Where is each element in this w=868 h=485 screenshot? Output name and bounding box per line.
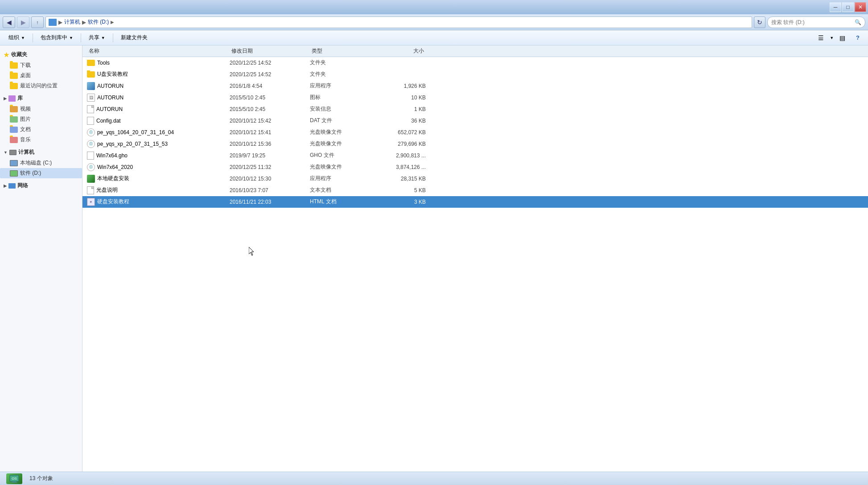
exe-icon xyxy=(87,175,95,183)
file-type: 光盘映像文件 xyxy=(310,140,372,148)
col-header-type[interactable]: 类型 xyxy=(310,47,372,55)
file-type: 文本文档 xyxy=(310,186,372,194)
breadcrumb[interactable]: ▶ 计算机 ▶ 软件 (D:) ▶ xyxy=(45,16,752,28)
folder-icon xyxy=(10,62,18,69)
table-row[interactable]: 本地硬盘安装 2020/10/12 15:30 应用程序 28,315 KB xyxy=(82,173,868,185)
forward-button[interactable]: ▶ xyxy=(17,16,29,28)
sidebar-header-computer[interactable]: ▼ 计算机 xyxy=(0,147,82,158)
title-bar: ─ □ ✕ xyxy=(0,0,868,14)
close-button[interactable]: ✕ xyxy=(855,2,866,12)
back-button[interactable]: ◀ xyxy=(3,16,15,28)
file-type: 文件夹 xyxy=(310,70,372,78)
toolbar-divider-2 xyxy=(81,33,81,42)
file-name: Win7x64_2020 xyxy=(97,164,133,170)
file-type: 安装信息 xyxy=(310,105,372,113)
computer-label: 计算机 xyxy=(18,148,34,156)
desktop-label: 桌面 xyxy=(20,72,31,79)
drive-d-icon xyxy=(10,170,18,177)
sidebar-item-downloads[interactable]: 下载 xyxy=(0,60,82,70)
file-size: 3,874,126 ... xyxy=(372,164,426,170)
file-date: 2015/5/10 2:45 xyxy=(230,106,310,112)
include-label: 包含到库中 xyxy=(41,34,67,41)
search-bar[interactable]: 🔍 xyxy=(767,16,865,28)
breadcrumb-drive[interactable]: 软件 (D:) xyxy=(88,18,109,26)
file-date: 2016/11/21 22:03 xyxy=(230,199,310,205)
status-bar: OS 13 个对象 xyxy=(0,472,868,485)
file-size: 3 KB xyxy=(372,199,426,205)
table-row[interactable]: 💿 Win7x64_2020 2020/12/25 11:32 光盘映像文件 3… xyxy=(82,161,868,173)
refresh-button[interactable]: ↻ xyxy=(754,16,765,28)
favorites-label: 收藏夹 xyxy=(11,51,27,58)
file-type: 应用程序 xyxy=(310,82,372,90)
table-row[interactable]: 💿 pe_yqs_xp_20_07_31_15_53 2020/10/12 15… xyxy=(82,138,868,150)
folder-icon xyxy=(10,83,18,89)
table-row[interactable]: 光盘说明 2016/10/23 7:07 文本文档 5 KB xyxy=(82,185,868,196)
preview-pane-button[interactable]: ▤ xyxy=(835,32,850,44)
file-type: 图标 xyxy=(310,94,372,101)
breadcrumb-computer[interactable]: 计算机 xyxy=(64,18,80,26)
sidebar-item-video[interactable]: 视频 xyxy=(0,104,82,114)
file-name-cell: AUTORUN xyxy=(87,105,230,113)
exe-icon xyxy=(87,82,95,90)
table-row[interactable]: Config.dat 2020/10/12 15:42 DAT 文件 36 KB xyxy=(82,115,868,127)
organize-button[interactable]: 组织 ▼ xyxy=(4,32,30,44)
file-size: 10 KB xyxy=(372,95,426,101)
help-button[interactable]: ? xyxy=(851,32,864,44)
sidebar-header-network[interactable]: ▶ 网络 xyxy=(0,180,82,191)
view-toggle-button[interactable]: ☰ xyxy=(813,32,829,44)
folder-icon xyxy=(87,71,95,78)
view-arrow[interactable]: ▼ xyxy=(830,36,834,40)
file-size: 1 KB xyxy=(372,106,426,112)
file-date: 2020/10/12 15:36 xyxy=(230,141,310,147)
file-type: GHO 文件 xyxy=(310,152,372,159)
table-row[interactable]: 💿 pe_yqs_1064_20_07_31_16_04 2020/10/12 … xyxy=(82,127,868,138)
sidebar-item-drive-c[interactable]: 本地磁盘 (C:) xyxy=(0,158,82,168)
up-button[interactable]: ↑ xyxy=(31,16,44,28)
img-icon: 🖼 xyxy=(87,94,95,102)
table-row[interactable]: AUTORUN 2016/1/8 4:54 应用程序 1,926 KB xyxy=(82,80,868,92)
new-folder-button[interactable]: 新建文件夹 xyxy=(116,32,152,44)
table-row[interactable]: U盘安装教程 2020/12/25 14:52 文件夹 xyxy=(82,69,868,80)
file-type: 应用程序 xyxy=(310,175,372,182)
sidebar-item-drive-d[interactable]: 软件 (D:) xyxy=(0,168,82,178)
file-size: 28,315 KB xyxy=(372,176,426,182)
view-buttons: ☰ ▼ ▤ ? xyxy=(813,32,864,44)
sidebar-section-network: ▶ 网络 xyxy=(0,180,82,191)
sidebar-item-desktop[interactable]: 桌面 xyxy=(0,70,82,81)
sidebar-item-music[interactable]: 音乐 xyxy=(0,135,82,145)
maximize-button[interactable]: □ xyxy=(842,2,854,12)
sidebar-item-pictures[interactable]: 图片 xyxy=(0,114,82,124)
search-icon[interactable]: 🔍 xyxy=(855,19,861,25)
file-size: 5 KB xyxy=(372,187,426,193)
table-row[interactable]: Tools 2020/12/25 14:52 文件夹 xyxy=(82,57,868,69)
sidebar-item-recent[interactable]: 最近访问的位置 xyxy=(0,81,82,91)
svg-rect-1 xyxy=(12,481,16,482)
search-input[interactable] xyxy=(771,19,853,25)
file-type: 光盘映像文件 xyxy=(310,163,372,171)
toolbar-divider-3 xyxy=(113,33,113,42)
computer-icon xyxy=(49,19,57,26)
col-header-name[interactable]: 名称 xyxy=(87,47,230,55)
address-bar: ◀ ▶ ↑ ▶ 计算机 ▶ 软件 (D:) ▶ ↻ 🔍 xyxy=(0,14,868,30)
col-header-size[interactable]: 大小 xyxy=(372,47,426,55)
sidebar: ★ 收藏夹 下载 桌面 最近访问的位置 ▶ 库 xyxy=(0,45,82,472)
share-button[interactable]: 共享 ▼ xyxy=(84,32,110,44)
include-arrow: ▼ xyxy=(69,36,73,40)
drive-d-label: 软件 (D:) xyxy=(20,169,41,177)
iso-icon: 💿 xyxy=(87,128,95,136)
table-row[interactable]: e 硬盘安装教程 2016/11/21 22:03 HTML 文档 3 KB xyxy=(82,196,868,208)
table-row[interactable]: Win7x64.gho 2019/9/7 19:25 GHO 文件 2,900,… xyxy=(82,150,868,161)
sidebar-header-favorites[interactable]: ★ 收藏夹 xyxy=(0,49,82,60)
col-header-date[interactable]: 修改日期 xyxy=(230,47,310,55)
file-name-cell: 💿 pe_yqs_xp_20_07_31_15_53 xyxy=(87,140,230,148)
file-size: 279,696 KB xyxy=(372,141,426,147)
file-size: 36 KB xyxy=(372,118,426,124)
sidebar-header-library[interactable]: ▶ 库 xyxy=(0,93,82,104)
table-row[interactable]: AUTORUN 2015/5/10 2:45 安装信息 1 KB xyxy=(82,103,868,115)
table-row[interactable]: 🖼 AUTORUN 2015/5/10 2:45 图标 10 KB xyxy=(82,92,868,103)
minimize-button[interactable]: ─ xyxy=(830,2,841,12)
include-button[interactable]: 包含到库中 ▼ xyxy=(36,32,78,44)
new-folder-label: 新建文件夹 xyxy=(121,34,148,41)
file-name-cell: e 硬盘安装教程 xyxy=(87,198,230,206)
sidebar-item-documents[interactable]: 文档 xyxy=(0,124,82,135)
